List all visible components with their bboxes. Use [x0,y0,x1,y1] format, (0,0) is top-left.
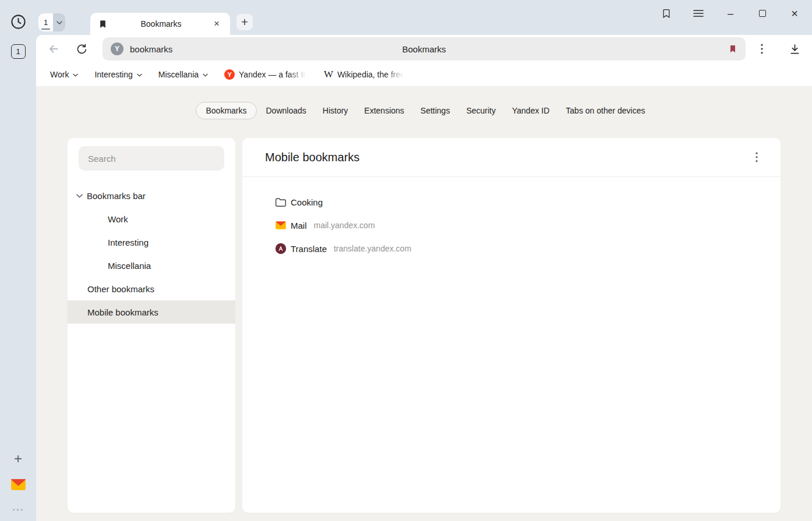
bookmarks-bar-link-yandex[interactable]: Y Yandex — a fast In [224,69,308,80]
folder-tree: Bookmarks bar Work Interesting Miscellan… [68,184,235,324]
browser-tab-bookmarks[interactable]: Bookmarks × [90,13,230,35]
bookmark-flag-icon[interactable] [728,44,737,54]
tree-item-label: Bookmarks bar [87,191,146,201]
bookmark-list: Cooking Mail mail.yandex.com Translate t… [242,177,781,260]
bookmarks-manager-page: Bookmarks Downloads History Extensions S… [36,86,812,521]
chevron-down-icon [73,73,78,77]
bookmarks-bar-folder-miscellania[interactable]: Miscellania [158,70,208,79]
bookmark-folder-label: Miscellania [158,70,199,79]
address-url-text: bookmarks [130,44,172,54]
bookmark-link-label: Wikipedia, the free [337,70,405,79]
yandex-mail-button[interactable] [10,478,26,493]
nav-tab-settings[interactable]: Settings [412,102,458,119]
bookmark-name: Mail [291,221,307,231]
tree-item-work[interactable]: Work [68,207,235,231]
bookmark-folder-label: Work [50,70,69,79]
manager-nav-tabs: Bookmarks Downloads History Extensions S… [36,102,812,119]
translate-icon [274,243,287,254]
bookmark-tab-icon [98,19,107,29]
workspace-badge[interactable]: 1 [11,44,26,59]
clock-icon [10,13,27,32]
page-title: Mobile bookmarks [265,151,359,164]
address-page-title: Bookmarks [103,44,746,54]
maximize-button[interactable] [754,2,771,25]
tree-item-label: Interesting [108,238,149,247]
new-tab-button[interactable]: + [236,14,253,30]
tree-item-label: Mobile bookmarks [87,307,158,317]
rail-more-button[interactable]: ⋯ [12,505,24,514]
tab-strip: 1 Bookmarks × + – × [36,0,812,35]
bookmarks-bar-folder-work[interactable]: Work [50,70,78,79]
bookmarks-bar-folder-interesting[interactable]: Interesting [94,70,142,79]
tree-item-mobile-bookmarks[interactable]: Mobile bookmarks [68,300,235,324]
left-rail: 1 + ⋯ [0,0,36,521]
bookmark-name: Translate [291,244,327,254]
tab-group-count: 1 [38,13,53,31]
yandex-mail-icon [10,484,26,493]
chevron-down-icon [203,73,208,77]
minimize-button[interactable]: – [722,2,739,25]
bookmark-item-translate[interactable]: Translate translate.yandex.com [242,237,781,260]
chevron-down-icon[interactable] [76,194,83,198]
rail-add-button[interactable]: + [10,451,26,466]
yandex-icon: Y [224,69,235,80]
close-icon: × [791,7,798,20]
search-input[interactable] [79,146,224,171]
bookmark-folder-label: Interesting [94,70,132,79]
tree-item-interesting[interactable]: Interesting [68,231,235,254]
bookmark-item-cooking[interactable]: Cooking [242,190,781,214]
chevron-down-icon[interactable] [53,13,65,31]
tab-title: Bookmarks [112,19,210,29]
yandex-favicon: Y [111,42,123,55]
bookmarks-panel: Mobile bookmarks Cooking Mail mail.yande… [242,138,781,513]
bookmark-link-label: Yandex — a fast In [239,70,308,79]
tree-item-other-bookmarks[interactable]: Other bookmarks [68,277,235,300]
bookmark-url: translate.yandex.com [334,244,411,253]
maximize-icon [759,10,766,17]
tree-item-miscellania[interactable]: Miscellania [68,254,235,277]
mail-icon [274,221,287,230]
panel-kebab-icon[interactable] [748,148,765,166]
tab-group-button[interactable]: 1 [38,13,65,31]
wikipedia-icon: W [324,69,333,80]
tab-close-icon[interactable]: × [210,17,223,30]
bookmark-url: mail.yandex.com [314,221,375,230]
address-kebab-icon[interactable] [751,38,772,59]
bookmarks-bar: Work Interesting Miscellania Y Yandex — … [36,63,812,86]
nav-tab-bookmarks[interactable]: Bookmarks [196,102,256,119]
bookmarks-bar-link-wikipedia[interactable]: W Wikipedia, the free [324,69,405,80]
history-clock-button[interactable] [9,14,27,31]
tree-item-label: Miscellania [108,261,151,271]
toolbar: Y bookmarks Bookmarks [36,35,812,63]
nav-tab-other-devices[interactable]: Tabs on other devices [557,102,653,119]
nav-tab-history[interactable]: History [315,102,356,119]
tree-item-bookmarks-bar[interactable]: Bookmarks bar [68,184,235,207]
folder-icon [274,197,287,207]
browser-chrome: Y bookmarks Bookmarks Work Interesting [36,35,812,86]
nav-tab-yandex-id[interactable]: Yandex ID [504,102,557,119]
reload-button[interactable] [71,38,92,59]
downloads-button[interactable] [784,38,805,59]
rail-bottom-group: + ⋯ [0,451,36,514]
bookmark-name: Cooking [291,197,323,207]
back-button[interactable] [43,38,64,59]
minimize-icon: – [728,8,733,20]
side-panel-icon[interactable] [658,2,675,25]
folders-sidebar: Bookmarks bar Work Interesting Miscellan… [68,138,235,513]
nav-tab-security[interactable]: Security [458,102,504,119]
address-bar[interactable]: Y bookmarks Bookmarks [103,37,746,61]
tree-item-label: Other bookmarks [87,284,154,294]
bookmark-item-mail[interactable]: Mail mail.yandex.com [242,214,781,237]
nav-tab-extensions[interactable]: Extensions [356,102,412,119]
panel-header: Mobile bookmarks [242,138,781,177]
window-controls: – × [658,2,803,25]
chevron-down-icon [137,73,142,77]
tree-item-label: Work [108,214,128,224]
menu-icon[interactable] [690,2,707,25]
close-button[interactable]: × [786,2,803,25]
nav-tab-downloads[interactable]: Downloads [258,102,315,119]
